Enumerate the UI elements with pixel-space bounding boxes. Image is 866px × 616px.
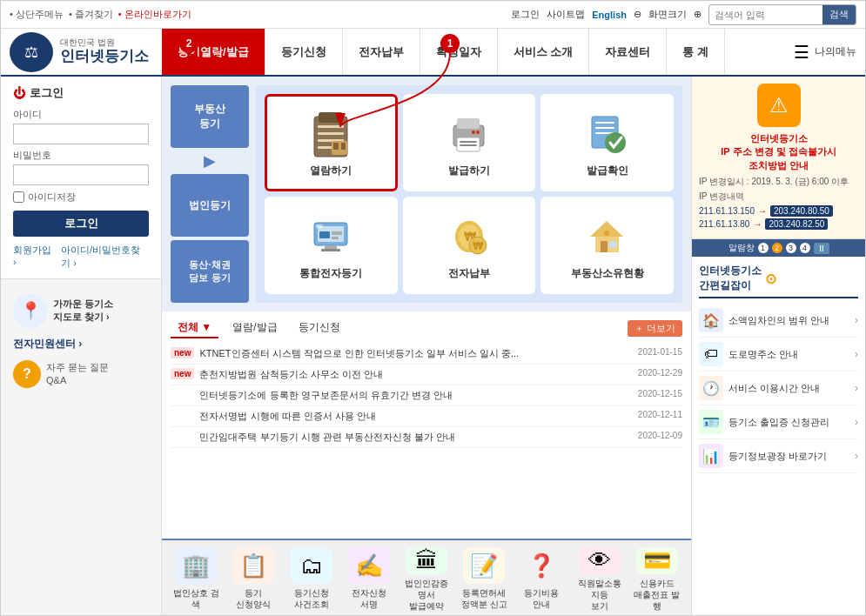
service-발급하기[interactable]: 발급하기 xyxy=(403,94,536,191)
전자신청서명-label: 전자신청서명 xyxy=(352,587,386,610)
news-text-3[interactable]: 전자서명법 시행에 따른 인증서 사용 안내 xyxy=(199,410,632,423)
svg-rect-23 xyxy=(316,224,323,228)
cat-부동산등기[interactable]: 부동산등기 xyxy=(171,85,249,148)
top-menu-link[interactable]: • 상단주메뉴 xyxy=(10,8,64,21)
join-link[interactable]: 회원가입 › xyxy=(13,244,54,270)
search-input[interactable] xyxy=(709,8,822,22)
shortcut-소액임차인[interactable]: 🏠 소액임차인의 범위 안내 › xyxy=(699,304,858,338)
service-categories: 부동산등기 ▶ 법인등기 동산·채권담보 등기 xyxy=(171,85,249,303)
news-text-2[interactable]: 인터넷등기소에 등록한 영구보존문서의 유효기간 변경 안내 xyxy=(199,389,632,402)
qa-icon: ? xyxy=(13,360,41,388)
login-link[interactable]: 로그인 xyxy=(511,8,540,21)
favorites-link[interactable]: • 즐겨찾기 xyxy=(69,8,113,21)
alert-changes: IP 변경내역 211.61.13.150 → 203.240.80.50 21… xyxy=(699,191,858,230)
screen-minus-icon[interactable]: ⊖ xyxy=(634,9,641,20)
news-text-0[interactable]: KTNET인증센터 시스템 작업으로 인한 인터넷등기소 일부 서비스 일시 중… xyxy=(199,347,632,360)
news-item-3: new 전자서명법 시행에 따른 인증서 사용 안내 2020-12-11 xyxy=(171,406,682,427)
nearby-office[interactable]: 📍 가까운 등기소지도로 찾기 › xyxy=(13,293,149,328)
news-date-0: 2021-01-15 xyxy=(638,347,682,357)
nav-item-확정일자[interactable]: 확정일자 xyxy=(420,29,498,75)
nav-item-자료센터[interactable]: 자료센터 xyxy=(589,29,667,75)
find-account-link[interactable]: 아이디/비밀번호찾기 › xyxy=(61,244,149,270)
발급확인-label: 발급확인 xyxy=(587,164,628,178)
login-button[interactable]: 로그인 xyxy=(13,211,149,237)
bottom-icon-전자신청서명[interactable]: ✍️ 전자신청서명 xyxy=(344,547,394,610)
news-text-4[interactable]: 민간임대주택 부기등기 시행 관련 부동산전자신청 불가 안내 xyxy=(199,431,632,444)
news-tab-열람발급[interactable]: 열람/발급 xyxy=(225,318,284,338)
news-tabs: 전체 ▼ 열람/발급 등기신청 xyxy=(171,318,347,338)
shortcut-left-등기소출입증: 🪪 등기소 출입증 신청관리 xyxy=(699,410,829,434)
sitemap-link[interactable]: 사이트맵 xyxy=(547,8,585,21)
nav-item-서비스소개[interactable]: 서비스 소개 xyxy=(498,29,590,75)
top-bar: • 상단주메뉴 • 즐겨찾기 • 온라인바로가기 로그인 사이트맵 Englis… xyxy=(1,1,865,29)
cat-label-동산: 동산·채권담보 등기 xyxy=(189,258,230,285)
shortcut-arrow-서비스이용시간: › xyxy=(855,382,858,394)
cat-label-법인: 법인등기 xyxy=(189,198,231,213)
bottom-icon-법인상호검색[interactable]: 🏢 법인상호 검색 xyxy=(171,547,221,610)
pw-input[interactable] xyxy=(13,164,149,185)
alert-page-4[interactable]: 4 xyxy=(800,243,810,253)
bottom-icon-신용카드매출[interactable]: 💳 신용카드매출전표 발행 xyxy=(632,547,682,610)
search-button[interactable]: 검색 xyxy=(822,5,856,24)
english-link[interactable]: English xyxy=(592,10,627,20)
news-badge-0: new xyxy=(171,347,194,358)
payment-icon: ₩ ₩ xyxy=(443,211,495,263)
service-발급확인[interactable]: 발급확인 xyxy=(540,94,674,191)
alert-pause-button[interactable]: ⏸ xyxy=(814,243,829,254)
shortcut-서비스이용시간[interactable]: 🕐 서비스 이용시간 안내 › xyxy=(699,372,858,405)
등기비용안내-icon: ❓ xyxy=(520,547,562,584)
shortcut-arrow-도로명주소: › xyxy=(855,348,858,360)
등기신청사건조회-icon: 🗂 xyxy=(291,547,332,584)
shortcut-등기소출입증[interactable]: 🪪 등기소 출입증 신청관리 › xyxy=(699,405,858,439)
id-label: 아이디 xyxy=(13,108,149,121)
right-sidebar: ⚠ 인터넷등기소IP 주소 변경 및 접속불가시조치방법 안내 IP 변경일시 … xyxy=(691,77,865,616)
nav-item-전자납부[interactable]: 전자납부 xyxy=(343,29,420,75)
svg-point-15 xyxy=(472,131,475,134)
alert-change-row-1: 211.61.13.80 → 203.240.82.50 xyxy=(699,218,858,230)
alert-page-3[interactable]: 3 xyxy=(786,243,796,253)
news-tab-등기신청[interactable]: 등기신청 xyxy=(292,318,347,338)
my-menu-label[interactable]: 나의메뉴 xyxy=(815,44,856,59)
top-bar-right: 로그인 사이트맵 English ⊖ 화면크기 ⊕ 검색 xyxy=(511,4,856,25)
shortcut-도로명주소[interactable]: 🏷 도로명주소 안내 › xyxy=(699,338,858,372)
bottom-icon-등록면허세[interactable]: 📝 등록면허세정액분 신고 xyxy=(459,547,509,610)
bottom-icon-법인인감증명서[interactable]: 🏛 법인인감증명서발급예약 xyxy=(401,547,452,610)
alert-page-1[interactable]: 1 xyxy=(758,243,769,253)
bottom-icon-등기신청사건조회[interactable]: 🗂 등기신청사건조회 xyxy=(285,547,336,610)
cat-label-부동산: 부동산등기 xyxy=(194,102,225,131)
등기비용안내-label: 등기비용안내 xyxy=(524,587,559,610)
cat-동산채권[interactable]: 동산·채권담보 등기 xyxy=(171,240,249,303)
service-열람하기[interactable]: 열람하기 xyxy=(265,94,398,191)
service-전자납부[interactable]: ₩ ₩ 전자납부 xyxy=(403,197,536,294)
qa-section[interactable]: ? 자주 묻는 질문Q&A xyxy=(13,360,149,388)
shortcut-title-text: 인터넷등기소간편길잡이 xyxy=(699,264,762,293)
id-input[interactable] xyxy=(13,124,149,144)
screen-plus-icon[interactable]: ⊕ xyxy=(694,9,702,20)
login-title-text: 로그인 xyxy=(30,85,64,101)
more-button[interactable]: ＋ 더보기 xyxy=(628,320,682,337)
bottom-icon-등기신청양식[interactable]: 📋 등기신청양식 xyxy=(228,547,279,610)
news-tab-전체[interactable]: 전체 ▼ xyxy=(171,318,218,338)
hamburger-icon[interactable]: ☰ xyxy=(794,42,809,63)
svg-rect-1 xyxy=(319,112,343,123)
부동산소유현황-label: 부동산소유현황 xyxy=(571,266,644,281)
alert-page-2[interactable]: 2 xyxy=(772,243,782,253)
service-통합전자등기[interactable]: 통합전자등기 xyxy=(265,197,398,294)
cat-법인등기[interactable]: 법인등기 xyxy=(171,174,249,237)
service-부동산소유현황[interactable]: 부동산소유현황 xyxy=(540,197,674,294)
remember-checkbox[interactable] xyxy=(13,191,24,203)
bottom-icon-직원말소통지[interactable]: 👁 직원말소통지등보기 xyxy=(574,547,625,610)
등기신청양식-label: 등기신청양식 xyxy=(236,587,271,610)
등기신청양식-icon: 📋 xyxy=(232,547,274,584)
electronic-service[interactable]: 전자민원센터 › xyxy=(13,337,149,352)
shortcut-등기정보광장[interactable]: 📊 등기정보광장 바로가기 › xyxy=(699,439,858,473)
news-text-1[interactable]: 춘천지방법원 삼척등기소 사무소 이전 안내 xyxy=(199,368,632,381)
nav-item-열람발급[interactable]: 등기열람/발급 xyxy=(162,29,265,75)
online-link[interactable]: • 온라인바로가기 xyxy=(118,8,191,21)
nav-item-통계[interactable]: 통 계 xyxy=(667,29,725,75)
alert-to-1: 203.240.82.50 xyxy=(765,218,828,230)
bottom-icon-등기비용안내[interactable]: ❓ 등기비용안내 xyxy=(516,547,567,610)
nav-item-등기신청[interactable]: 등기신청 xyxy=(265,29,343,75)
svg-rect-36 xyxy=(601,241,608,252)
svg-rect-7 xyxy=(333,143,339,150)
